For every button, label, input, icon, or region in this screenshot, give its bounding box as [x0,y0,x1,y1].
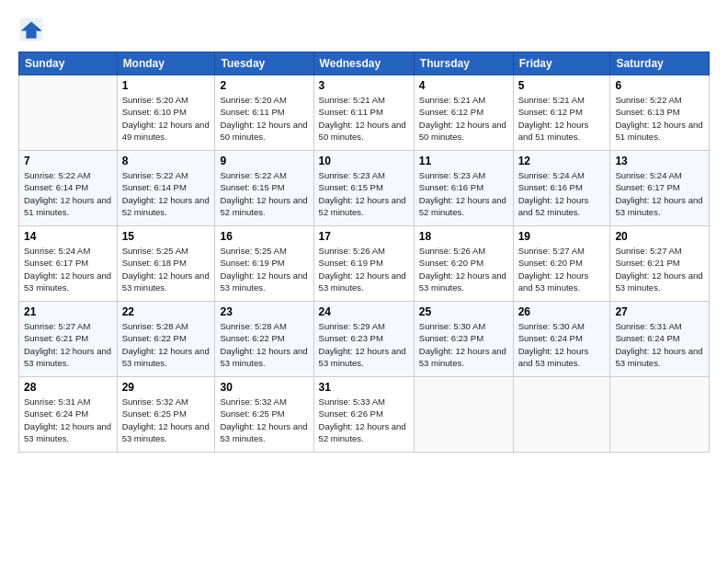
day-cell: 3 Sunrise: 5:21 AM Sunset: 6:11 PM Dayli… [313,75,414,151]
day-info: Sunrise: 5:22 AM Sunset: 6:14 PM Dayligh… [24,169,112,218]
day-info: Sunrise: 5:24 AM Sunset: 6:16 PM Dayligh… [518,169,606,218]
day-cell: 24 Sunrise: 5:29 AM Sunset: 6:23 PM Dayl… [313,302,414,377]
calendar-table: SundayMondayTuesdayWednesdayThursdayFrid… [18,52,710,453]
day-number: 16 [220,230,308,243]
week-row-3: 14 Sunrise: 5:24 AM Sunset: 6:17 PM Dayl… [19,226,710,302]
day-cell: 6 Sunrise: 5:22 AM Sunset: 6:13 PM Dayli… [610,75,710,151]
day-info: Sunrise: 5:21 AM Sunset: 6:11 PM Dayligh… [319,94,409,143]
day-info: Sunrise: 5:30 AM Sunset: 6:24 PM Dayligh… [518,320,606,369]
day-number: 13 [615,155,704,167]
day-cell: 20 Sunrise: 5:27 AM Sunset: 6:21 PM Dayl… [610,226,710,302]
day-info: Sunrise: 5:31 AM Sunset: 6:24 PM Dayligh… [24,396,112,444]
day-cell: 16 Sunrise: 5:25 AM Sunset: 6:19 PM Dayl… [215,226,313,302]
day-number: 11 [419,155,508,167]
day-number: 24 [319,305,409,318]
day-info: Sunrise: 5:24 AM Sunset: 6:17 PM Dayligh… [24,245,112,293]
header-row: SundayMondayTuesdayWednesdayThursdayFrid… [19,52,710,75]
day-cell: 28 Sunrise: 5:31 AM Sunset: 6:24 PM Dayl… [19,377,118,453]
day-number: 10 [319,155,409,167]
day-cell: 9 Sunrise: 5:22 AM Sunset: 6:15 PM Dayli… [215,151,313,226]
day-cell: 30 Sunrise: 5:32 AM Sunset: 6:25 PM Dayl… [215,377,313,453]
day-info: Sunrise: 5:25 AM Sunset: 6:18 PM Dayligh… [122,245,210,293]
day-info: Sunrise: 5:27 AM Sunset: 6:20 PM Dayligh… [518,245,606,293]
day-cell: 13 Sunrise: 5:24 AM Sunset: 6:17 PM Dayl… [610,151,710,226]
day-info: Sunrise: 5:20 AM Sunset: 6:11 PM Dayligh… [220,94,308,143]
day-number: 26 [518,305,606,318]
day-number: 2 [220,79,308,92]
day-cell: 1 Sunrise: 5:20 AM Sunset: 6:10 PM Dayli… [117,75,215,151]
day-info: Sunrise: 5:27 AM Sunset: 6:21 PM Dayligh… [24,320,112,369]
week-row-5: 28 Sunrise: 5:31 AM Sunset: 6:24 PM Dayl… [19,377,710,453]
day-info: Sunrise: 5:22 AM Sunset: 6:14 PM Dayligh… [122,169,210,218]
day-info: Sunrise: 5:25 AM Sunset: 6:19 PM Dayligh… [220,245,308,293]
day-cell [19,75,118,151]
day-number: 4 [419,79,508,92]
day-number: 12 [518,155,606,167]
day-info: Sunrise: 5:28 AM Sunset: 6:22 PM Dayligh… [122,320,210,369]
day-info: Sunrise: 5:23 AM Sunset: 6:16 PM Dayligh… [419,169,508,218]
day-info: Sunrise: 5:29 AM Sunset: 6:23 PM Dayligh… [319,320,409,369]
day-cell [414,377,513,453]
day-number: 8 [122,155,210,167]
day-cell: 2 Sunrise: 5:20 AM Sunset: 6:11 PM Dayli… [215,75,313,151]
day-number: 17 [319,230,409,243]
day-number: 6 [615,79,704,92]
day-cell [610,377,710,453]
day-cell [513,377,610,453]
week-row-1: 1 Sunrise: 5:20 AM Sunset: 6:10 PM Dayli… [19,75,710,151]
day-cell: 11 Sunrise: 5:23 AM Sunset: 6:16 PM Dayl… [414,151,513,226]
day-info: Sunrise: 5:21 AM Sunset: 6:12 PM Dayligh… [518,94,606,143]
day-cell: 22 Sunrise: 5:28 AM Sunset: 6:22 PM Dayl… [117,302,215,377]
day-number: 20 [615,230,704,243]
day-info: Sunrise: 5:23 AM Sunset: 6:15 PM Dayligh… [319,169,409,218]
page: SundayMondayTuesdayWednesdayThursdayFrid… [0,0,728,563]
header-tuesday: Tuesday [215,52,313,75]
day-number: 5 [518,79,606,92]
logo [18,17,48,42]
day-number: 28 [24,381,112,394]
day-number: 7 [24,155,112,167]
day-info: Sunrise: 5:22 AM Sunset: 6:13 PM Dayligh… [615,94,704,143]
day-cell: 19 Sunrise: 5:27 AM Sunset: 6:20 PM Dayl… [513,226,610,302]
day-info: Sunrise: 5:26 AM Sunset: 6:19 PM Dayligh… [319,245,409,293]
day-info: Sunrise: 5:26 AM Sunset: 6:20 PM Dayligh… [419,245,508,293]
day-number: 3 [319,79,409,92]
day-cell: 23 Sunrise: 5:28 AM Sunset: 6:22 PM Dayl… [215,302,313,377]
day-number: 22 [122,305,210,318]
day-info: Sunrise: 5:21 AM Sunset: 6:12 PM Dayligh… [419,94,508,143]
day-cell: 31 Sunrise: 5:33 AM Sunset: 6:26 PM Dayl… [313,377,414,453]
header-thursday: Thursday [414,52,513,75]
day-cell: 21 Sunrise: 5:27 AM Sunset: 6:21 PM Dayl… [19,302,118,377]
day-cell: 14 Sunrise: 5:24 AM Sunset: 6:17 PM Dayl… [19,226,118,302]
day-cell: 26 Sunrise: 5:30 AM Sunset: 6:24 PM Dayl… [513,302,610,377]
day-number: 14 [24,230,112,243]
day-info: Sunrise: 5:31 AM Sunset: 6:24 PM Dayligh… [615,320,704,369]
day-number: 15 [122,230,210,243]
day-info: Sunrise: 5:20 AM Sunset: 6:10 PM Dayligh… [122,94,210,143]
day-cell: 18 Sunrise: 5:26 AM Sunset: 6:20 PM Dayl… [414,226,513,302]
day-cell: 12 Sunrise: 5:24 AM Sunset: 6:16 PM Dayl… [513,151,610,226]
day-cell: 17 Sunrise: 5:26 AM Sunset: 6:19 PM Dayl… [313,226,414,302]
day-cell: 27 Sunrise: 5:31 AM Sunset: 6:24 PM Dayl… [610,302,710,377]
day-number: 31 [319,381,409,394]
day-number: 19 [518,230,606,243]
day-cell: 4 Sunrise: 5:21 AM Sunset: 6:12 PM Dayli… [414,75,513,151]
day-info: Sunrise: 5:27 AM Sunset: 6:21 PM Dayligh… [615,245,704,293]
day-number: 27 [615,305,704,318]
week-row-4: 21 Sunrise: 5:27 AM Sunset: 6:21 PM Dayl… [19,302,710,377]
day-number: 25 [419,305,508,318]
day-cell: 15 Sunrise: 5:25 AM Sunset: 6:18 PM Dayl… [117,226,215,302]
day-number: 29 [122,381,210,394]
day-number: 18 [419,230,508,243]
header-friday: Friday [513,52,610,75]
day-cell: 29 Sunrise: 5:32 AM Sunset: 6:25 PM Dayl… [117,377,215,453]
header-saturday: Saturday [610,52,710,75]
header-wednesday: Wednesday [313,52,414,75]
day-number: 23 [220,305,308,318]
day-info: Sunrise: 5:22 AM Sunset: 6:15 PM Dayligh… [220,169,308,218]
day-info: Sunrise: 5:32 AM Sunset: 6:25 PM Dayligh… [220,396,308,444]
week-row-2: 7 Sunrise: 5:22 AM Sunset: 6:14 PM Dayli… [19,151,710,226]
day-number: 21 [24,305,112,318]
day-number: 1 [122,79,210,92]
day-info: Sunrise: 5:28 AM Sunset: 6:22 PM Dayligh… [220,320,308,369]
